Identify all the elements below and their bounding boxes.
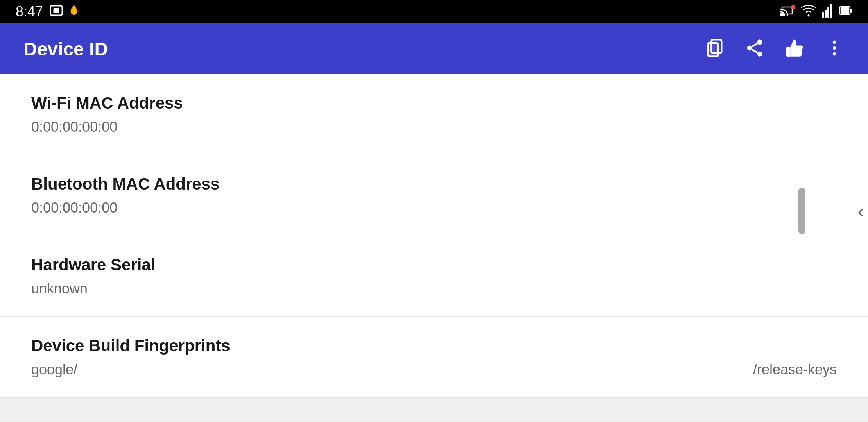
bluetooth-mac-value: 0:00:00:00:00 (31, 200, 837, 216)
svg-rect-8 (827, 7, 829, 18)
svg-point-22 (833, 46, 836, 50)
svg-rect-4 (791, 5, 795, 9)
copy-button[interactable] (705, 38, 725, 60)
flame-icon (67, 4, 81, 20)
svg-rect-15 (708, 43, 718, 57)
fingerprints-value-end: /release-keys (753, 361, 837, 378)
app-bar-title: Device ID (23, 38, 108, 60)
share-button[interactable] (744, 38, 765, 60)
svg-point-5 (808, 14, 810, 16)
svg-line-20 (752, 43, 758, 47)
wifi-mac-title: Wi-Fi MAC Address (31, 94, 837, 113)
list-item: Hardware Serial unknown (0, 236, 868, 317)
list-item: Device Build Fingerprints google/ /relea… (0, 317, 868, 398)
svg-rect-1 (54, 8, 59, 13)
status-bar: 8:47 (0, 0, 868, 23)
list-container: Wi-Fi MAC Address 0:00:00:00:00 Bluetoot… (0, 74, 868, 398)
list-item: Wi-Fi MAC Address 0:00:00:00:00 (0, 74, 868, 155)
app-bar: Device ID (0, 23, 868, 74)
svg-point-18 (757, 52, 762, 57)
svg-point-17 (747, 46, 752, 51)
fingerprints-value-row: google/ /release-keys (31, 361, 837, 378)
signal-icon (822, 4, 834, 19)
status-bar-left: 8:47 (16, 4, 81, 20)
screen-record-icon (49, 4, 63, 20)
cast-icon (780, 5, 795, 18)
hardware-serial-value: unknown (31, 281, 837, 297)
status-time: 8:47 (16, 4, 43, 20)
content-area: Wi-Fi MAC Address 0:00:00:00:00 Bluetoot… (0, 74, 868, 422)
status-bar-right (780, 4, 852, 19)
svg-rect-12 (841, 7, 849, 14)
svg-rect-7 (825, 10, 827, 18)
wifi-mac-value: 0:00:00:00:00 (31, 119, 837, 135)
bluetooth-mac-title: Bluetooth MAC Address (31, 175, 837, 193)
hardware-serial-title: Hardware Serial (31, 256, 837, 274)
scrollbar[interactable] (798, 188, 805, 234)
svg-rect-9 (830, 4, 832, 18)
wifi-icon (801, 5, 816, 18)
more-options-button[interactable] (824, 38, 845, 60)
fingerprints-title: Device Build Fingerprints (31, 336, 837, 355)
svg-point-21 (833, 41, 836, 44)
fingerprints-value-start: google/ (31, 361, 77, 378)
svg-point-16 (757, 39, 762, 45)
back-arrow[interactable]: ‹ (857, 200, 864, 222)
app-bar-actions (705, 38, 845, 60)
list-item: Bluetooth MAC Address 0:00:00:00:00 (0, 155, 868, 236)
svg-rect-11 (850, 9, 852, 13)
thumbsup-button[interactable] (784, 38, 805, 60)
svg-rect-6 (822, 12, 824, 18)
svg-point-23 (833, 52, 836, 56)
status-icons-left (49, 4, 81, 20)
battery-icon (839, 4, 852, 19)
svg-line-19 (752, 49, 758, 53)
